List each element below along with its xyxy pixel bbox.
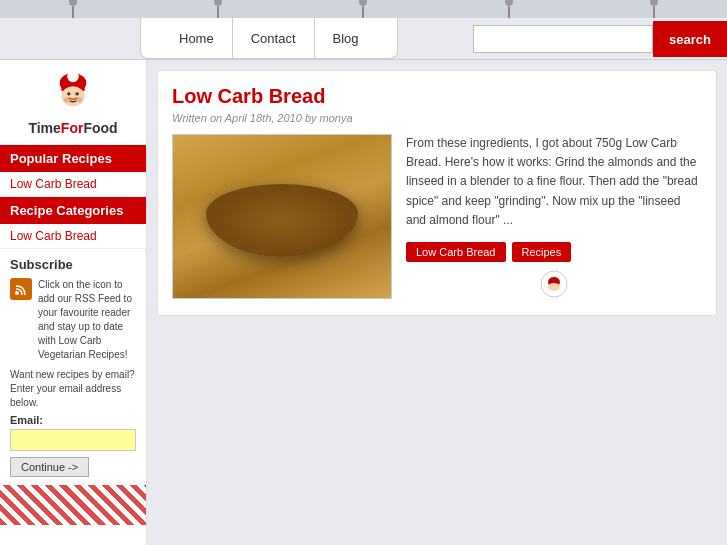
rating-area xyxy=(406,270,702,301)
subscribe-section: Subscribe Click on the icon to add our R… xyxy=(0,249,146,485)
tag-low-carb-bread[interactable]: Low Carb Bread xyxy=(406,242,506,262)
logo-text: TimeForFood xyxy=(28,120,117,136)
email-prompt: Want new recipes by email? Enter your em… xyxy=(10,368,136,410)
popular-recipes-heading: Popular Recipes xyxy=(0,145,146,172)
pin-4 xyxy=(505,0,513,20)
pin-3 xyxy=(359,0,367,20)
tag-row: Low Carb Bread Recipes xyxy=(406,242,702,262)
svg-point-6 xyxy=(69,72,77,80)
top-decoration xyxy=(0,0,727,18)
rating-icon xyxy=(540,270,568,298)
search-input[interactable] xyxy=(473,25,653,53)
svg-point-9 xyxy=(15,291,19,295)
pin-1 xyxy=(69,0,77,20)
recipe-categories-heading: Recipe Categories xyxy=(0,197,146,224)
logo-for: For xyxy=(61,120,84,136)
post-text-area: From these ingredients, I got about 750g… xyxy=(406,134,702,301)
svg-point-13 xyxy=(550,280,552,282)
rss-icon[interactable] xyxy=(10,278,32,300)
nav-area: Home Contact Blog xyxy=(140,18,398,59)
sidebar: TimeForFood Popular Recipes Low Carb Bre… xyxy=(0,60,147,545)
post-image xyxy=(172,134,392,299)
search-button[interactable]: search xyxy=(653,21,727,57)
category-low-carb-bread[interactable]: Low Carb Bread xyxy=(0,224,146,249)
post-card: Low Carb Bread Written on April 18th, 20… xyxy=(157,70,717,316)
pin-5 xyxy=(650,0,658,20)
top-bar: Home Contact Blog search xyxy=(0,18,727,60)
popular-recipe-low-carb-bread[interactable]: Low Carb Bread xyxy=(0,172,146,197)
main-layout: TimeForFood Popular Recipes Low Carb Bre… xyxy=(0,60,727,545)
logo-area: TimeForFood xyxy=(0,60,146,145)
rss-row: Click on the icon to add our RSS Feed to… xyxy=(10,278,136,362)
svg-point-12 xyxy=(548,283,560,291)
svg-point-2 xyxy=(61,86,84,106)
nav-blog[interactable]: Blog xyxy=(315,18,377,58)
post-title[interactable]: Low Carb Bread xyxy=(172,85,702,108)
email-input[interactable] xyxy=(10,429,136,451)
tag-recipes[interactable]: Recipes xyxy=(512,242,572,262)
content-area: Low Carb Bread Written on April 18th, 20… xyxy=(147,60,727,545)
svg-point-14 xyxy=(556,280,558,282)
post-excerpt: From these ingredients, I got about 750g… xyxy=(406,134,702,230)
post-meta: Written on April 18th, 2010 by monya xyxy=(172,112,702,124)
post-body: From these ingredients, I got about 750g… xyxy=(172,134,702,301)
subscribe-heading: Subscribe xyxy=(10,257,136,272)
svg-point-3 xyxy=(67,92,70,95)
logo-time: Time xyxy=(28,120,60,136)
pin-2 xyxy=(214,0,222,20)
search-container: search xyxy=(473,18,727,60)
nav-home[interactable]: Home xyxy=(161,18,233,58)
tablecloth-decoration xyxy=(0,485,146,525)
subscribe-text: Click on the icon to add our RSS Feed to… xyxy=(38,278,136,362)
nav-contact[interactable]: Contact xyxy=(233,18,315,58)
logo-food: Food xyxy=(83,120,117,136)
continue-button[interactable]: Continue -> xyxy=(10,457,89,477)
logo-icon xyxy=(48,68,98,118)
svg-point-4 xyxy=(76,92,79,95)
bread-image-visual xyxy=(173,135,391,298)
email-label: Email: xyxy=(10,414,136,426)
